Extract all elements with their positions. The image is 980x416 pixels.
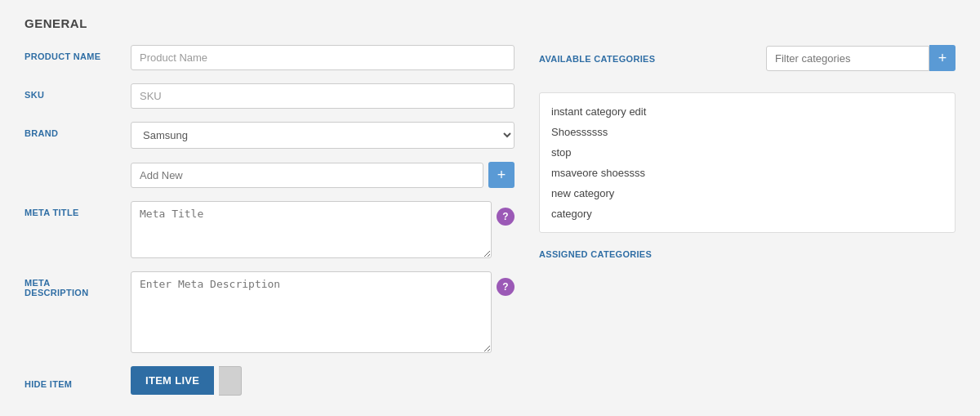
category-item[interactable]: Shoessssss bbox=[551, 122, 943, 142]
product-name-label: PRODUCT NAME bbox=[24, 45, 131, 61]
meta-title-help-icon[interactable]: ? bbox=[497, 208, 514, 226]
available-categories-title: AVAILABLE CATEGORIES bbox=[539, 54, 655, 64]
page-container: GENERAL PRODUCT NAME SKU BRAND bbox=[0, 0, 980, 416]
category-item[interactable]: new category bbox=[551, 183, 943, 204]
filter-row: + bbox=[766, 45, 956, 71]
meta-description-row: META DESCRIPTION ? bbox=[24, 271, 514, 353]
meta-title-row: META TITLE ? bbox=[24, 201, 514, 258]
add-new-input[interactable] bbox=[131, 163, 483, 188]
add-new-row: + bbox=[131, 162, 514, 188]
filter-add-button[interactable]: + bbox=[929, 45, 956, 71]
brand-label: BRAND bbox=[24, 122, 131, 138]
filter-categories-input[interactable] bbox=[766, 46, 929, 71]
product-name-input[interactable] bbox=[131, 45, 514, 70]
meta-title-label: META TITLE bbox=[24, 201, 131, 217]
hide-item-wrap: ITEM LIVE bbox=[131, 366, 514, 396]
meta-title-input[interactable] bbox=[131, 201, 492, 258]
section-title: GENERAL bbox=[24, 16, 956, 30]
product-name-wrap bbox=[131, 45, 514, 70]
hide-item-label: HIDE ITEM bbox=[24, 373, 131, 389]
left-panel: PRODUCT NAME SKU BRAND Samsung Apple bbox=[24, 45, 514, 409]
right-panel: AVAILABLE CATEGORIES + instant category … bbox=[539, 45, 956, 409]
meta-description-label: META DESCRIPTION bbox=[24, 271, 131, 297]
sku-input[interactable] bbox=[131, 83, 514, 109]
main-layout: PRODUCT NAME SKU BRAND Samsung Apple bbox=[24, 45, 956, 409]
sku-label: SKU bbox=[24, 83, 131, 100]
category-item[interactable]: stop bbox=[551, 142, 943, 163]
sku-row: SKU bbox=[24, 83, 514, 109]
meta-description-input[interactable] bbox=[131, 271, 492, 353]
assigned-categories-title: ASSIGNED CATEGORIES bbox=[539, 249, 956, 259]
categories-box: instant category edit Shoessssss stop ms… bbox=[539, 92, 956, 233]
item-live-button[interactable]: ITEM LIVE bbox=[131, 366, 214, 395]
brand-select[interactable]: Samsung Apple LG Sony bbox=[131, 122, 514, 149]
brand-row: BRAND Samsung Apple LG Sony bbox=[24, 122, 514, 149]
add-new-button[interactable]: + bbox=[488, 162, 514, 188]
meta-description-help-icon[interactable]: ? bbox=[497, 278, 514, 296]
item-live-toggle[interactable] bbox=[219, 366, 242, 396]
meta-description-wrap: ? bbox=[131, 271, 514, 353]
filter-plus-icon: + bbox=[938, 50, 947, 67]
hide-item-row: HIDE ITEM ITEM LIVE bbox=[24, 366, 514, 396]
category-item[interactable]: msaveore shoessss bbox=[551, 163, 943, 183]
category-item[interactable]: category bbox=[551, 204, 943, 224]
meta-title-wrap: ? bbox=[131, 201, 514, 258]
plus-icon: + bbox=[497, 167, 506, 184]
product-name-row: PRODUCT NAME bbox=[24, 45, 514, 70]
sku-wrap bbox=[131, 83, 514, 109]
category-item[interactable]: instant category edit bbox=[551, 101, 943, 122]
brand-wrap: Samsung Apple LG Sony bbox=[131, 122, 514, 149]
